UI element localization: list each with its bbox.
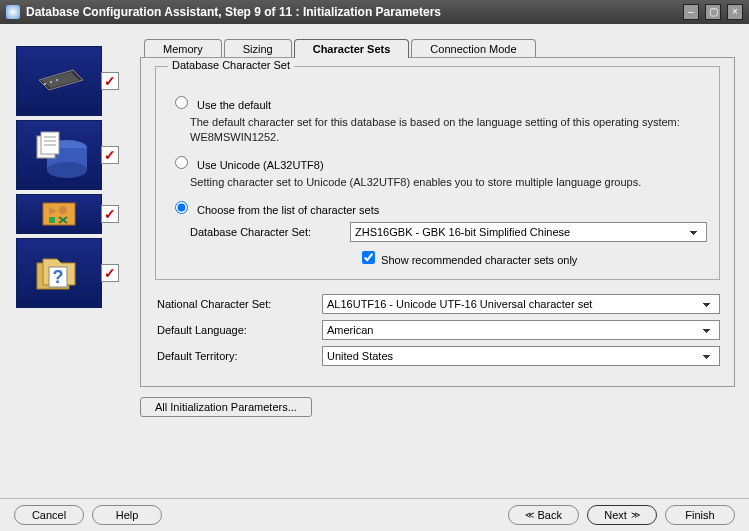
db-charset-fieldset: Database Character Set Use the default T… bbox=[155, 66, 720, 280]
svg-text:?: ? bbox=[53, 267, 64, 287]
character-sets-panel: Database Character Set Use the default T… bbox=[140, 57, 735, 387]
step-3-icon: ✓ bbox=[16, 194, 102, 234]
default-language-row: Default Language: American bbox=[157, 320, 720, 340]
maximize-button[interactable]: ▢ bbox=[705, 4, 721, 20]
svg-rect-9 bbox=[41, 132, 59, 154]
default-language-select[interactable]: American bbox=[322, 320, 720, 340]
all-init-params-button[interactable]: All Initialization Parameters... bbox=[140, 397, 312, 417]
radio-choose-row: Choose from the list of character sets bbox=[170, 198, 707, 216]
radio-choose-label: Choose from the list of character sets bbox=[197, 204, 379, 216]
step-4-icon: ? ✓ bbox=[16, 238, 102, 308]
show-recommended[interactable]: Show recommended character sets only bbox=[358, 248, 577, 267]
help-button[interactable]: Help bbox=[92, 505, 162, 525]
svg-rect-16 bbox=[49, 217, 55, 223]
default-language-label: Default Language: bbox=[157, 324, 312, 336]
tab-memory[interactable]: Memory bbox=[144, 39, 222, 58]
default-territory-select[interactable]: United States bbox=[322, 346, 720, 366]
svg-point-3 bbox=[50, 81, 52, 83]
title-bar: Database Configuration Assistant, Step 9… bbox=[0, 0, 749, 24]
show-recommended-checkbox[interactable] bbox=[362, 251, 375, 264]
radio-use-default-desc: The default character set for this datab… bbox=[190, 115, 707, 145]
tab-character-sets[interactable]: Character Sets bbox=[294, 39, 410, 58]
svg-point-15 bbox=[59, 206, 67, 214]
national-charset-label: National Character Set: bbox=[157, 298, 312, 310]
radio-unicode-input[interactable] bbox=[175, 156, 188, 169]
cancel-button[interactable]: Cancel bbox=[14, 505, 84, 525]
svg-point-7 bbox=[47, 162, 87, 178]
back-button[interactable]: ≪Back bbox=[508, 505, 579, 525]
app-icon bbox=[6, 5, 20, 19]
radio-use-default-row: Use the default bbox=[170, 93, 707, 111]
tabs-row: Memory Sizing Character Sets Connection … bbox=[140, 38, 735, 57]
db-charset-select[interactable]: ZHS16GBK - GBK 16-bit Simplified Chinese bbox=[350, 222, 707, 242]
radio-unicode[interactable]: Use Unicode (AL32UTF8) bbox=[170, 159, 324, 171]
db-charset-label: Database Character Set: bbox=[190, 226, 340, 238]
radio-use-default[interactable]: Use the default bbox=[170, 99, 271, 111]
tab-sizing[interactable]: Sizing bbox=[224, 39, 292, 58]
radio-unicode-desc: Setting character set to Unicode (AL32UT… bbox=[190, 175, 707, 190]
step-1-icon: ✓ bbox=[16, 46, 102, 116]
chevron-right-icon: ≫ bbox=[631, 510, 640, 520]
national-charset-select[interactable]: AL16UTF16 - Unicode UTF-16 Universal cha… bbox=[322, 294, 720, 314]
db-charset-row: Database Character Set: ZHS16GBK - GBK 1… bbox=[190, 222, 707, 242]
wizard-steps-sidebar: ✓ ✓ ✓ ? ✓ bbox=[0, 24, 110, 498]
step-2-icon: ✓ bbox=[16, 120, 102, 190]
svg-rect-13 bbox=[43, 203, 75, 225]
default-territory-label: Default Territory: bbox=[157, 350, 312, 362]
wizard-footer: Cancel Help ≪Back Next≫ Finish bbox=[0, 498, 749, 531]
svg-point-4 bbox=[56, 79, 58, 81]
finish-button[interactable]: Finish bbox=[665, 505, 735, 525]
show-recommended-label: Show recommended character sets only bbox=[381, 254, 577, 266]
radio-use-default-label: Use the default bbox=[197, 99, 271, 111]
step-4-check-icon: ✓ bbox=[101, 264, 119, 282]
window-title: Database Configuration Assistant, Step 9… bbox=[26, 5, 677, 19]
show-recommended-row: Show recommended character sets only bbox=[358, 248, 707, 267]
minimize-button[interactable]: – bbox=[683, 4, 699, 20]
tab-connection-mode[interactable]: Connection Mode bbox=[411, 39, 535, 58]
step-1-check-icon: ✓ bbox=[101, 72, 119, 90]
next-button[interactable]: Next≫ bbox=[587, 505, 657, 525]
default-territory-row: Default Territory: United States bbox=[157, 346, 720, 366]
radio-unicode-label: Use Unicode (AL32UTF8) bbox=[197, 159, 324, 171]
chevron-left-icon: ≪ bbox=[525, 510, 534, 520]
radio-choose[interactable]: Choose from the list of character sets bbox=[170, 204, 379, 216]
step-2-check-icon: ✓ bbox=[101, 146, 119, 164]
radio-unicode-row: Use Unicode (AL32UTF8) bbox=[170, 153, 707, 171]
close-button[interactable]: × bbox=[727, 4, 743, 20]
radio-choose-input[interactable] bbox=[175, 201, 188, 214]
svg-point-2 bbox=[44, 83, 46, 85]
radio-use-default-input[interactable] bbox=[175, 96, 188, 109]
step-3-check-icon: ✓ bbox=[101, 205, 119, 223]
db-charset-legend: Database Character Set bbox=[168, 59, 294, 71]
national-charset-row: National Character Set: AL16UTF16 - Unic… bbox=[157, 294, 720, 314]
